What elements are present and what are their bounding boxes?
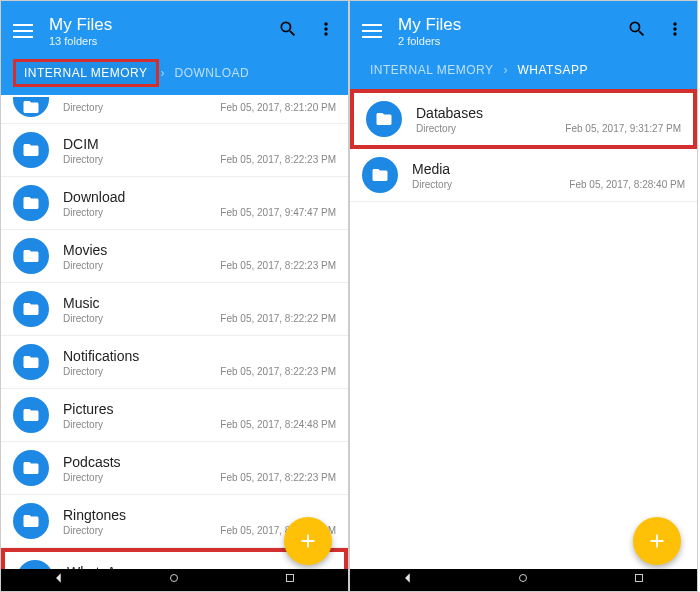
svg-rect-1 <box>287 575 294 582</box>
row-body: DownloadDirectoryFeb 05, 2017, 9:47:47 P… <box>63 189 336 218</box>
row-body: DatabasesDirectoryFeb 05, 2017, 9:31:27 … <box>416 105 681 134</box>
left-screen: My Files 13 folders INTERNAL MEMORY›DOWN… <box>0 0 349 592</box>
folder-meta: DirectoryFeb 05, 2017, 8:22:23 PM <box>63 154 336 165</box>
folder-meta: DirectoryFeb 05, 2017, 8:24:48 PM <box>63 419 336 430</box>
folder-type: Directory <box>63 472 103 483</box>
more-icon[interactable] <box>316 19 336 43</box>
folder-name: Notifications <box>63 348 336 364</box>
folder-icon <box>13 132 49 168</box>
folder-count: 2 folders <box>398 35 627 47</box>
folder-count: 13 folders <box>49 35 278 47</box>
breadcrumb: INTERNAL MEMORY›WHATSAPP <box>362 53 685 89</box>
home-icon[interactable] <box>167 571 181 589</box>
folder-date: Feb 05, 2017, 8:22:22 PM <box>220 313 336 324</box>
app-title: My Files <box>398 15 627 35</box>
folder-type: Directory <box>63 419 103 430</box>
folder-date: Feb 05, 2017, 8:24:48 PM <box>220 419 336 430</box>
folder-list[interactable]: DatabasesDirectoryFeb 05, 2017, 9:31:27 … <box>350 89 697 569</box>
row-body: WhatsAppDirectoryFeb 05, 2017, 9:00:21 P… <box>67 564 332 570</box>
row-body: MediaDirectoryFeb 05, 2017, 8:28:40 PM <box>412 161 685 190</box>
folder-name: WhatsApp <box>67 564 332 570</box>
folder-icon <box>13 238 49 274</box>
chevron-right-icon: › <box>504 63 508 77</box>
folder-list[interactable]: DirectoryFeb 05, 2017, 8:21:20 PMDCIMDir… <box>1 95 348 569</box>
folder-type: Directory <box>416 123 456 134</box>
header-top: My Files 2 folders <box>362 9 685 53</box>
folder-name: Media <box>412 161 685 177</box>
folder-type: Directory <box>412 179 452 190</box>
svg-point-2 <box>520 575 527 582</box>
android-navbar <box>350 569 697 591</box>
header-top: My Files 13 folders <box>13 9 336 53</box>
folder-icon <box>13 503 49 539</box>
title-block: My Files 2 folders <box>398 15 627 47</box>
folder-row[interactable]: NotificationsDirectoryFeb 05, 2017, 8:22… <box>1 336 348 389</box>
recents-icon[interactable] <box>632 571 646 589</box>
folder-meta: DirectoryFeb 05, 2017, 8:22:23 PM <box>63 366 336 377</box>
folder-name: Databases <box>416 105 681 121</box>
folder-date: Feb 05, 2017, 9:31:27 PM <box>565 123 681 134</box>
folder-type: Directory <box>63 525 103 536</box>
row-body: DirectoryFeb 05, 2017, 8:21:20 PM <box>63 102 336 113</box>
folder-icon <box>13 291 49 327</box>
folder-row[interactable]: MediaDirectoryFeb 05, 2017, 8:28:40 PM <box>350 149 697 202</box>
folder-icon <box>13 344 49 380</box>
recents-icon[interactable] <box>283 571 297 589</box>
folder-meta: DirectoryFeb 05, 2017, 8:22:23 PM <box>63 472 336 483</box>
add-button[interactable] <box>284 517 332 565</box>
back-icon[interactable] <box>401 571 415 589</box>
folder-date: Feb 05, 2017, 8:22:23 PM <box>220 366 336 377</box>
folder-date: Feb 05, 2017, 8:22:23 PM <box>220 260 336 271</box>
breadcrumb: INTERNAL MEMORY›DOWNLOAD <box>13 53 336 95</box>
menu-icon[interactable] <box>362 24 382 38</box>
folder-row[interactable]: MusicDirectoryFeb 05, 2017, 8:22:22 PM <box>1 283 348 336</box>
title-block: My Files 13 folders <box>49 15 278 47</box>
more-icon[interactable] <box>665 19 685 43</box>
row-body: MusicDirectoryFeb 05, 2017, 8:22:22 PM <box>63 295 336 324</box>
breadcrumb-item[interactable]: INTERNAL MEMORY <box>13 59 159 87</box>
back-icon[interactable] <box>52 571 66 589</box>
search-icon[interactable] <box>278 19 298 43</box>
breadcrumb-item[interactable]: DOWNLOAD <box>167 62 258 84</box>
folder-icon <box>13 397 49 433</box>
row-body: DCIMDirectoryFeb 05, 2017, 8:22:23 PM <box>63 136 336 165</box>
folder-icon <box>362 157 398 193</box>
svg-point-0 <box>171 575 178 582</box>
folder-row[interactable]: DirectoryFeb 05, 2017, 8:21:20 PM <box>1 95 348 124</box>
search-icon[interactable] <box>627 19 647 43</box>
row-body: NotificationsDirectoryFeb 05, 2017, 8:22… <box>63 348 336 377</box>
home-icon[interactable] <box>516 571 530 589</box>
top-actions <box>278 19 336 43</box>
folder-type: Directory <box>63 366 103 377</box>
folder-type: Directory <box>63 102 103 113</box>
folder-icon <box>17 560 53 569</box>
folder-type: Directory <box>63 260 103 271</box>
folder-row[interactable]: DatabasesDirectoryFeb 05, 2017, 9:31:27 … <box>350 89 697 149</box>
folder-type: Directory <box>63 313 103 324</box>
folder-date: Feb 05, 2017, 8:21:20 PM <box>220 102 336 113</box>
add-button[interactable] <box>633 517 681 565</box>
right-screen: My Files 2 folders INTERNAL MEMORY›WHATS… <box>349 0 698 592</box>
menu-icon[interactable] <box>13 24 33 38</box>
folder-icon <box>13 450 49 486</box>
folder-icon <box>13 97 49 117</box>
folder-name: Pictures <box>63 401 336 417</box>
folder-name: Movies <box>63 242 336 258</box>
breadcrumb-item[interactable]: WHATSAPP <box>510 59 596 81</box>
folder-row[interactable]: DCIMDirectoryFeb 05, 2017, 8:22:23 PM <box>1 124 348 177</box>
svg-rect-3 <box>636 575 643 582</box>
folder-meta: DirectoryFeb 05, 2017, 9:31:27 PM <box>416 123 681 134</box>
folder-row[interactable]: PicturesDirectoryFeb 05, 2017, 8:24:48 P… <box>1 389 348 442</box>
folder-meta: DirectoryFeb 05, 2017, 8:28:40 PM <box>412 179 685 190</box>
row-body: MoviesDirectoryFeb 05, 2017, 8:22:23 PM <box>63 242 336 271</box>
folder-row[interactable]: PodcastsDirectoryFeb 05, 2017, 8:22:23 P… <box>1 442 348 495</box>
android-navbar <box>1 569 348 591</box>
folder-name: Podcasts <box>63 454 336 470</box>
folder-meta: DirectoryFeb 05, 2017, 8:21:20 PM <box>63 102 336 113</box>
breadcrumb-item[interactable]: INTERNAL MEMORY <box>362 59 502 81</box>
folder-date: Feb 05, 2017, 8:28:40 PM <box>569 179 685 190</box>
folder-meta: DirectoryFeb 05, 2017, 8:22:22 PM <box>63 313 336 324</box>
folder-row[interactable]: DownloadDirectoryFeb 05, 2017, 9:47:47 P… <box>1 177 348 230</box>
folder-row[interactable]: MoviesDirectoryFeb 05, 2017, 8:22:23 PM <box>1 230 348 283</box>
folder-meta: DirectoryFeb 05, 2017, 8:22:23 PM <box>63 260 336 271</box>
